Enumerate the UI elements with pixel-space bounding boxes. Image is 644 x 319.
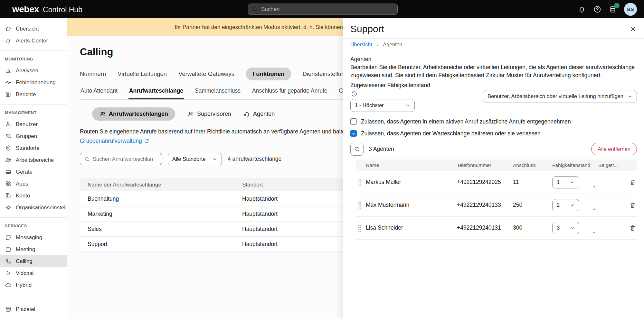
- queue-search-input[interactable]: [93, 156, 158, 162]
- sidebar-item-label: Gruppen: [16, 133, 37, 140]
- sidebar-item-geraete[interactable]: Geräte: [0, 166, 67, 178]
- toggle-check-icon: [591, 229, 597, 235]
- sidebar-item-hybrid[interactable]: Hybrid: [0, 279, 67, 291]
- location-pin-icon: [5, 145, 12, 151]
- sidebar-item-meeting[interactable]: Meeting: [0, 243, 67, 255]
- sidebar-item-konto[interactable]: Konto: [0, 190, 67, 202]
- help-icon[interactable]: [593, 5, 601, 14]
- sidebar-item-organisationseinstellungen[interactable]: Organisationseinstellun...: [0, 202, 67, 214]
- drag-handle[interactable]: [358, 201, 361, 209]
- location-filter-select[interactable]: Alle Standorte: [168, 153, 222, 165]
- remove-all-button[interactable]: Alle entfernen: [591, 143, 637, 155]
- breadcrumb-agenten: Agenten: [383, 42, 402, 48]
- subtab-anrufwarteschlange[interactable]: Anrufwarteschlange: [128, 87, 184, 99]
- queues-icon: [99, 111, 106, 117]
- sidebar-item-label: Übersicht: [16, 26, 39, 32]
- queue-filters: Alle Standorte 4 anrufwarteschlange: [80, 153, 343, 165]
- phone-icon: [5, 258, 12, 265]
- column-header-standort: Standort: [242, 182, 343, 188]
- sidebar-item-gruppen[interactable]: Gruppen: [0, 130, 67, 142]
- sidebar-item-messaging[interactable]: Messaging: [0, 232, 67, 243]
- global-search[interactable]: [248, 4, 398, 15]
- table-row-sales[interactable]: Sales Hauptstandort: [80, 222, 343, 237]
- sidebar-item-label: Messaging: [16, 234, 42, 241]
- queue-name: Marketing: [80, 211, 242, 217]
- subtab-gruppe-zum-parken[interactable]: Gruppe zum Parken von A: [338, 87, 343, 99]
- column-header-extension: Anschluss: [513, 162, 552, 168]
- product-name: Control Hub: [43, 5, 82, 14]
- breadcrumb-uebersicht[interactable]: Übersicht: [350, 42, 372, 48]
- subtab-sammelanschluss[interactable]: Sammelanschluss: [194, 87, 241, 99]
- tab-funktionen[interactable]: Funktionen: [246, 68, 291, 80]
- close-icon[interactable]: [629, 25, 637, 33]
- external-link-icon: [144, 138, 149, 144]
- sidebar-item-alerts-center[interactable]: Alerts-Center: [0, 35, 67, 47]
- gruppenanrufverwaltung-link[interactable]: Gruppenanrufverwaltung: [80, 138, 343, 144]
- delete-agent-icon[interactable]: [629, 202, 636, 209]
- checkbox-label: Zulassen, dass Agenten in einem aktiven …: [361, 118, 571, 125]
- sidebar-item-placetel[interactable]: Placetel: [0, 303, 67, 315]
- sidebar-item-arbeitsbereiche[interactable]: Arbeitsbereiche: [0, 154, 67, 166]
- tab-verwaltete-gateways[interactable]: Verwaltete Gateways: [178, 68, 234, 80]
- sidebar-item-standorte[interactable]: Standorte: [0, 142, 67, 154]
- sidebar-section-monitoring: MONITORING: [0, 55, 67, 65]
- orders-icon[interactable]: [609, 5, 617, 14]
- calendar-icon: [5, 246, 12, 253]
- sidebar-item-vidcast[interactable]: Vidcast: [0, 267, 67, 279]
- sidebar-item-label: Vidcast: [16, 270, 33, 277]
- table-row-marketing[interactable]: Marketing Hauptstandort: [80, 206, 343, 222]
- allow-join-leave-queue-checkbox[interactable]: Zulassen, dass Agenten der Warteschlange…: [350, 130, 637, 137]
- subtab-anschluss-geparkte-anrufe[interactable]: Anschluss für geparkte Anrufe: [251, 87, 328, 99]
- agent-skill-select[interactable]: 1: [552, 176, 579, 188]
- skill-level-select[interactable]: 1 - Höchster: [350, 99, 415, 112]
- info-icon[interactable]: [351, 91, 357, 97]
- tab-diensteinstellungen[interactable]: Diensteinstellungen: [303, 68, 343, 80]
- chevron-down-icon: [570, 203, 575, 208]
- drag-handle[interactable]: [358, 178, 361, 186]
- queue-table-header: Name der Anrufwarteschlange Standort: [80, 178, 343, 191]
- table-row-buchhaltung[interactable]: Buchhaltung Hauptstandort: [80, 191, 343, 206]
- sidebar-item-benutzer[interactable]: Benutzer: [0, 118, 67, 130]
- segment-agenten[interactable]: Agenten: [243, 107, 275, 121]
- sidebar-item-fehlerbehebung[interactable]: Fehlerbehebung: [0, 77, 67, 88]
- sidebar-item-berichte[interactable]: Berichte: [0, 88, 67, 100]
- subtab-auto-attendant[interactable]: Auto Attendant: [80, 87, 118, 99]
- banner-text: Ihr Partner hat den eingeschränkten Modu…: [175, 24, 343, 31]
- notifications-bell-icon[interactable]: [578, 5, 586, 14]
- search-icon: [354, 146, 360, 152]
- avatar[interactable]: BS: [624, 3, 637, 16]
- sidebar-item-label: Analysen: [16, 68, 38, 74]
- chevron-down-icon: [627, 94, 632, 99]
- agents-search-button[interactable]: [350, 143, 364, 156]
- building-icon: [5, 192, 12, 199]
- add-agent-select[interactable]: Benutzer, Arbeitsbereich oder virtuelle …: [483, 90, 637, 103]
- agent-phone: +4922129242025: [457, 179, 513, 186]
- sidebar-item-calling[interactable]: Calling: [0, 255, 67, 267]
- sidebar-item-uebersicht[interactable]: Übersicht: [0, 23, 67, 35]
- calling-tabs: Nummern Virtuelle Leitungen Verwaltete G…: [80, 68, 343, 80]
- agent-skill-select[interactable]: 3: [552, 222, 579, 234]
- queue-search[interactable]: [80, 153, 162, 165]
- sidebar-item-label: Calling: [16, 258, 33, 265]
- sidebar-divider: [0, 217, 67, 218]
- agents-table: Name Telefonnummer Anschluss Fähigkeiten…: [356, 160, 637, 240]
- delete-agent-icon[interactable]: [629, 179, 636, 186]
- panel-body: Agenten Bearbeiten Sie die Benutzer, Arb…: [343, 50, 644, 319]
- agents-count: 3 Agenten: [369, 146, 586, 152]
- sidebar-item-apps[interactable]: Apps: [0, 178, 67, 190]
- segment-anrufwarteschlangen[interactable]: Anrufwarteschlangen: [92, 107, 175, 121]
- allow-additional-calls-checkbox[interactable]: Zulassen, dass Agenten in einem aktiven …: [350, 118, 637, 125]
- add-agent-label: Benutzer, Arbeitsbereich oder virtuelle …: [488, 93, 623, 99]
- drag-handle[interactable]: [358, 224, 361, 232]
- agent-skill-select[interactable]: 2: [552, 199, 579, 211]
- table-row-support[interactable]: Support Hauptstandort: [80, 237, 343, 252]
- delete-agent-icon[interactable]: [629, 224, 636, 232]
- tab-virtuelle-leitungen[interactable]: Virtuelle Leitungen: [118, 68, 167, 80]
- sidebar-item-analysen[interactable]: Analysen: [0, 65, 67, 77]
- global-search-input[interactable]: [261, 6, 393, 13]
- agent-skill-value: 2: [557, 202, 560, 208]
- segment-supervisoren[interactable]: Supervisoren: [187, 107, 231, 121]
- tab-nummern[interactable]: Nummern: [80, 68, 106, 80]
- sidebar-item-label: Apps: [16, 181, 28, 187]
- checkbox-unchecked-icon: [350, 118, 357, 125]
